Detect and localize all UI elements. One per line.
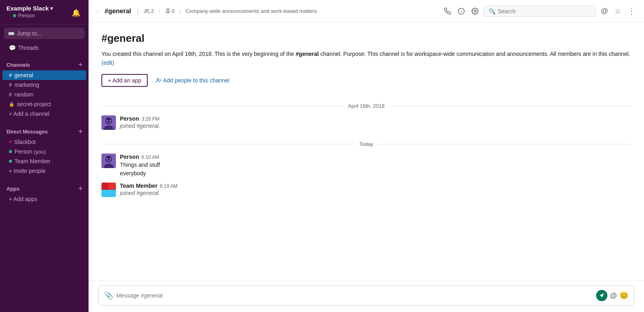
sidebar-item-threads[interactable]: 💬 Threads [2, 42, 86, 53]
add-channel-link[interactable]: + Add a channel [2, 109, 86, 119]
user-status: Person [6, 12, 53, 21]
message-input[interactable] [116, 292, 593, 299]
add-app-section-button[interactable]: + [76, 185, 85, 193]
date-divider-today-text: Today [359, 141, 374, 147]
username-label: Person [18, 12, 35, 18]
msg-header3: Team Member 6:19 AM [120, 183, 631, 189]
add-apps-label: + Add apps [9, 196, 37, 202]
emoji-icon[interactable]: 😊 [619, 291, 628, 300]
send-button[interactable] [596, 290, 607, 301]
members-count: 2 [144, 8, 154, 14]
msg-text-things: Things and stuff [120, 161, 631, 169]
pinned-count: 0 [165, 8, 175, 14]
search-bar[interactable]: 🔍 [483, 6, 596, 17]
channel-name-general: general [14, 72, 33, 78]
date-divider-today: Today [101, 141, 631, 147]
workspace-name[interactable]: Example Slack ▾ [6, 5, 53, 12]
channel-name-marketing: marketing [14, 82, 39, 88]
svg-point-0 [145, 9, 147, 11]
mention-input-icon[interactable]: @ [610, 291, 617, 300]
svg-point-5 [474, 10, 476, 12]
channel-description: You created this channel on April 16th, … [101, 49, 631, 68]
message-input-actions: @ 😊 [596, 290, 628, 301]
main-panel: ☆ #general | 2 | 0 | Company-wide announ… [89, 0, 644, 312]
dm-name-person: Person (you) [14, 148, 46, 155]
apps-label: Apps [6, 186, 20, 192]
settings-icon-button[interactable] [470, 6, 480, 16]
msg-text-everybody: everybody [120, 169, 631, 178]
message-item-team-member: Team Member 6:19 AM joined #general. [101, 183, 631, 197]
person-status-dot [9, 150, 12, 153]
dm-name-team-member: Team Member [14, 158, 50, 164]
add-apps-link[interactable]: + Add apps [2, 194, 86, 204]
team-member-status-dot [9, 160, 12, 163]
msg-body-person-joined: Person 3:28 PM joined #general. [120, 115, 631, 130]
meta-divider: | [159, 8, 160, 14]
meta-divider2: | [180, 8, 181, 14]
invite-people-link[interactable]: + Invite people [2, 166, 86, 176]
invite-people-label: + Invite people [9, 168, 45, 174]
add-people-button[interactable]: Add people to this channel [152, 75, 233, 86]
workspace-name-text: Example Slack [6, 5, 49, 12]
online-status-dot [13, 14, 16, 17]
notifications-bell-icon[interactable]: 🔔 [70, 7, 82, 19]
description-bold: #general [296, 51, 319, 57]
sidebar-item-general[interactable]: # general [2, 70, 86, 80]
channel-actions: + Add an app Add people to this channel [101, 74, 631, 87]
dm-item-team-member[interactable]: Team Member [2, 156, 86, 166]
msg-time2: 6:10 AM [141, 154, 159, 160]
apps-section-header[interactable]: Apps + [0, 184, 89, 194]
add-channel-label: + Add a channel [9, 111, 50, 117]
hash-icon: # [9, 82, 12, 88]
msg-author: Person [120, 115, 139, 122]
hash-icon: # [9, 72, 12, 78]
channel-meta: 2 | 0 | Company-wide announcements and w… [144, 8, 317, 14]
star-icon-button[interactable]: ☆ [613, 5, 623, 17]
search-input[interactable] [498, 8, 591, 14]
description-part2: channel. Purpose: This channel is for wo… [319, 51, 630, 57]
msg-author2: Person [120, 154, 139, 160]
channel-name-secret-project: secret-project [17, 101, 51, 107]
add-app-button[interactable]: + Add an app [101, 74, 148, 87]
message-input-box: 📎 @ 😊 [98, 285, 634, 306]
message-item: Person 3:28 PM joined #general. [101, 115, 631, 130]
channels-section: Channels + # general # marketing # rando… [0, 53, 89, 120]
dm-item-slackbot[interactable]: ♥ Slackbot [2, 137, 86, 147]
add-app-label: + Add an app [108, 77, 141, 84]
star-icon[interactable]: ☆ [95, 7, 101, 15]
sidebar-item-marketing[interactable]: # marketing [2, 80, 86, 90]
channel-description-meta: Company-wide announcements and work-base… [186, 8, 317, 14]
pinned-count-value: 0 [172, 8, 175, 14]
channels-section-header[interactable]: Channels + [0, 60, 89, 70]
sidebar-item-random[interactable]: # random [2, 90, 86, 99]
channel-title-area: ☆ #general | 2 | 0 | Company-wide announ… [95, 7, 439, 15]
mention-icon-button[interactable]: @ [599, 5, 610, 17]
edit-link[interactable]: (edit) [101, 60, 114, 66]
attachment-icon[interactable]: 📎 [104, 291, 113, 300]
message-content: #general You created this channel on Apr… [89, 23, 644, 280]
svg-point-18 [110, 158, 111, 159]
members-count-value: 2 [151, 8, 154, 14]
jump-to-label: Jump to... [17, 30, 41, 37]
sidebar: Example Slack ▾ Person 🔔 ⌨️ Jump to... 💬… [0, 0, 89, 312]
more-icon-button[interactable]: ⋮ [626, 5, 638, 18]
direct-messages-section-header[interactable]: Direct Messages + [0, 127, 89, 137]
dm-item-person[interactable]: Person (you) [2, 147, 86, 156]
msg-text-team-joined: joined #general. [120, 190, 631, 196]
call-icon-button[interactable] [442, 6, 453, 16]
message-input-area: 📎 @ 😊 [89, 280, 644, 312]
jump-to-input[interactable]: ⌨️ Jump to... [4, 28, 85, 39]
topbar-channel-name: #general [105, 8, 131, 15]
msg-time3: 6:19 AM [160, 183, 178, 189]
svg-point-13 [110, 120, 111, 121]
svg-point-6 [157, 78, 159, 80]
add-dm-button[interactable]: + [76, 127, 85, 135]
add-channel-button[interactable]: + [76, 61, 85, 69]
topbar-actions: 🔍 @ ☆ ⋮ [442, 5, 638, 18]
svg-point-12 [107, 120, 108, 121]
info-icon-button[interactable] [456, 6, 466, 16]
welcome-heading: #general [101, 32, 631, 45]
msg-header: Person 3:28 PM [120, 115, 631, 122]
date-divider-april-text: April 16th, 2018 [348, 103, 384, 109]
sidebar-item-secret-project[interactable]: 🔒 secret-project [2, 99, 86, 109]
